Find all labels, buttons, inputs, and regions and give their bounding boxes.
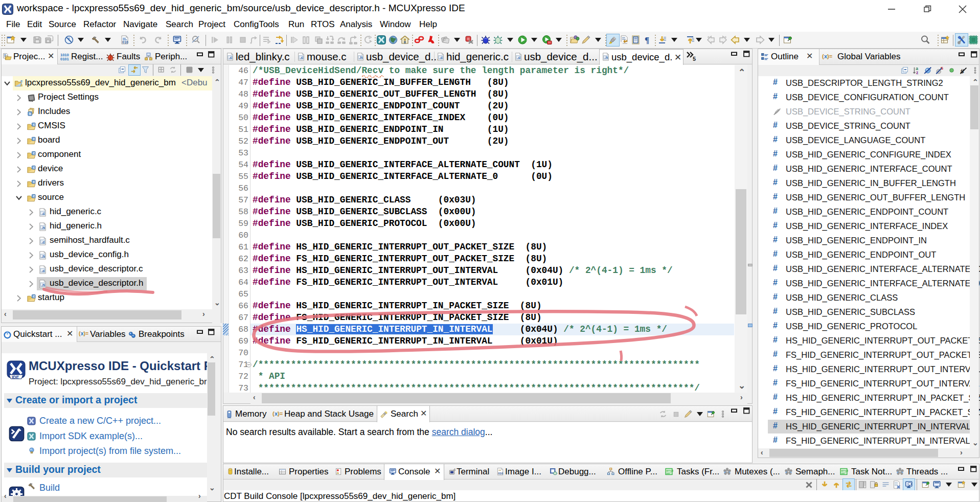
svg-text:IDE: IDE <box>12 375 19 380</box>
svg-text:5: 5 <box>693 56 696 61</box>
